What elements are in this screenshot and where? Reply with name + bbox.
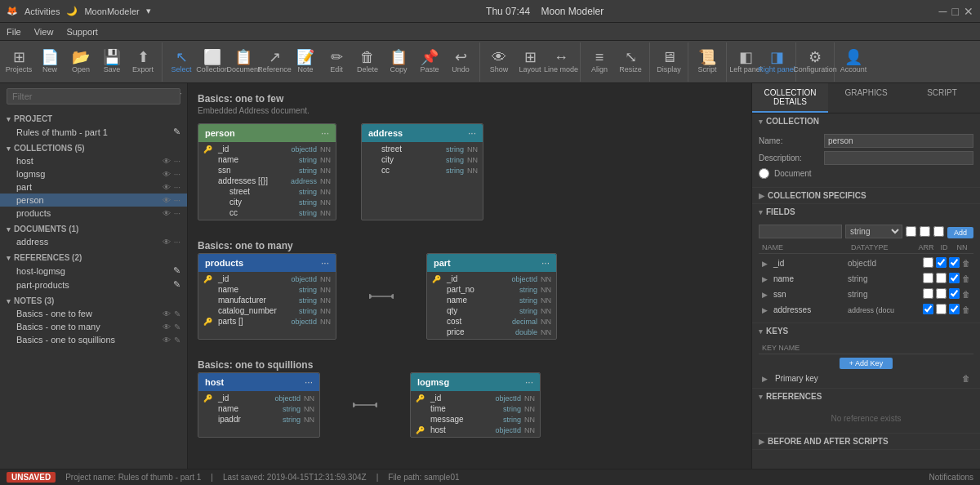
field-delete-icon[interactable]: 🗑	[962, 305, 970, 314]
sidebar-collections-header[interactable]: ▾ COLLECTIONS (5)	[0, 142, 187, 154]
project-edit-icon[interactable]: ✎	[173, 127, 180, 137]
sidebar-references-header[interactable]: ▾ REFERENCES (2)	[0, 251, 187, 264]
panel-keys-header[interactable]: ▾ KEYS	[752, 323, 980, 339]
collection-name-input[interactable]	[824, 134, 973, 148]
collection-desc-input[interactable]	[824, 151, 973, 165]
maximize-btn[interactable]: □	[952, 5, 959, 18]
field-id-cb[interactable]	[936, 257, 947, 268]
sidebar-item-part[interactable]: part 👁 ···	[0, 180, 187, 194]
app-menu-arrow[interactable]: ▾	[146, 6, 151, 16]
collection-type-radio[interactable]	[759, 168, 769, 179]
note-button[interactable]: 📝 Note	[290, 43, 321, 81]
sidebar-item-address[interactable]: address 👁 ···	[0, 235, 187, 248]
panel-collection-header[interactable]: ▾ COLLECTION	[752, 113, 980, 129]
field-id-cb[interactable]	[936, 304, 947, 314]
new-field-id-cb[interactable]	[920, 226, 930, 237]
tab-graphics[interactable]: GRAPHICS	[828, 83, 904, 113]
sidebar-item-note-3[interactable]: Basics - one to squillions 👁 ✎	[0, 333, 187, 346]
note2-eye-icon[interactable]: 👁	[163, 323, 171, 331]
linemode-button[interactable]: ↔ Line mode	[546, 43, 577, 81]
table-part[interactable]: part ··· 🔑 _id objectId NN	[426, 253, 557, 340]
new-field-arr-cb[interactable]	[906, 226, 916, 237]
layout-button[interactable]: ⊞ Layout	[514, 43, 546, 81]
note3-eye-icon[interactable]: 👁	[163, 336, 171, 345]
menu-support[interactable]: Support	[66, 27, 98, 37]
table-host-menu[interactable]: ···	[305, 376, 313, 388]
field-nn-cb[interactable]	[949, 288, 960, 299]
new-field-nn-cb[interactable]	[933, 226, 944, 237]
table-address[interactable]: address ··· street string NN	[361, 123, 483, 220]
table-products[interactable]: products ··· 🔑 _id objectId NN	[198, 253, 336, 340]
sidebar-item-part-products[interactable]: part-products ✎	[0, 278, 187, 291]
table-host[interactable]: host ··· 🔑 _id objectId NN	[198, 372, 320, 438]
part-more-icon[interactable]: ···	[174, 183, 180, 192]
products-eye-icon[interactable]: 👁	[163, 209, 171, 218]
align-button[interactable]: ≡ Align	[584, 43, 615, 81]
script-button[interactable]: 📜 Script	[692, 43, 723, 81]
close-btn[interactable]: ✕	[964, 5, 973, 18]
sidebar-notes-header[interactable]: ▾ NOTES (3)	[0, 295, 187, 307]
minimize-btn[interactable]: ─	[939, 5, 947, 18]
configuration-button[interactable]: ⚙ Configuration	[800, 43, 831, 81]
collection-button[interactable]: ⬜ Collection	[197, 43, 228, 81]
field-id-cb[interactable]	[936, 273, 947, 283]
sidebar-documents-header[interactable]: ▾ DOCUMENTS (1)	[0, 223, 187, 235]
table-products-menu[interactable]: ···	[321, 257, 329, 269]
copy-button[interactable]: 📋 Copy	[383, 43, 414, 81]
panel-specifics-header[interactable]: ▶ COLLECTION SPECIFICS	[752, 188, 980, 203]
show-button[interactable]: 👁 Show	[483, 43, 514, 81]
address-more-icon[interactable]: ···	[174, 238, 180, 247]
search-input[interactable]	[7, 88, 180, 105]
sidebar-item-logmsg[interactable]: logmsg 👁 ···	[0, 167, 187, 180]
person-eye-icon[interactable]: 👁	[163, 196, 171, 205]
tab-collection-details[interactable]: COLLECTION DETAILS	[752, 83, 828, 113]
note1-edit-icon[interactable]: ✎	[174, 309, 180, 318]
field-delete-icon[interactable]: 🗑	[962, 290, 970, 299]
panel-fields-header[interactable]: ▾ FIELDS	[752, 204, 980, 220]
field-expand-icon[interactable]: ▶	[762, 291, 772, 299]
tab-script[interactable]: SCRIPT	[904, 83, 980, 113]
table-person-menu[interactable]: ···	[321, 127, 329, 139]
sidebar-item-host-logmsg[interactable]: host-logmsg ✎	[0, 264, 187, 278]
sidebar-item-products[interactable]: products 👁 ···	[0, 207, 187, 220]
panel-references-header[interactable]: ▾ REFERENCES	[752, 389, 980, 404]
host-logmsg-edit-icon[interactable]: ✎	[173, 265, 180, 276]
field-expand-icon[interactable]: ▶	[762, 275, 772, 283]
field-expand-icon[interactable]: ▶	[762, 260, 772, 268]
note1-eye-icon[interactable]: 👁	[163, 309, 171, 318]
add-key-button[interactable]: + Add Key	[840, 358, 893, 369]
document-button[interactable]: 📋 Document	[228, 43, 259, 81]
field-delete-icon[interactable]: 🗑	[962, 274, 970, 283]
save-button[interactable]: 💾 Save	[96, 43, 127, 81]
sidebar-project-name[interactable]: Rules of thumb - part 1 ✎	[0, 125, 187, 139]
products-more-icon[interactable]: ···	[174, 209, 180, 218]
new-button[interactable]: 📄 New	[34, 43, 65, 81]
export-button[interactable]: ⬆ Export	[127, 43, 158, 81]
address-eye-icon[interactable]: 👁	[163, 238, 171, 247]
field-nn-cb[interactable]	[949, 273, 960, 283]
sidebar-item-person[interactable]: person 👁 ···	[0, 194, 187, 207]
display-button[interactable]: 🖥 Display	[653, 43, 684, 81]
note3-edit-icon[interactable]: ✎	[174, 336, 180, 345]
part-eye-icon[interactable]: 👁	[163, 183, 171, 192]
panel-before-after-header[interactable]: ▶ BEFORE AND AFTER SCRIPTS	[752, 434, 980, 449]
field-arr-cb[interactable]	[923, 288, 933, 299]
table-address-menu[interactable]: ···	[468, 127, 476, 139]
host-eye-icon[interactable]: 👁	[163, 157, 171, 166]
reference-button[interactable]: ↗ Reference	[259, 43, 290, 81]
menu-view[interactable]: View	[34, 27, 54, 37]
key-expand-icon[interactable]: ▶	[762, 375, 772, 383]
resize-button[interactable]: ⤡ Resize	[615, 43, 646, 81]
leftpanel-button[interactable]: ◧ Left panel	[730, 43, 761, 81]
field-id-cb[interactable]	[936, 288, 947, 299]
sidebar-item-note-1[interactable]: Basics - one to few 👁 ✎	[0, 307, 187, 320]
account-button[interactable]: 👤 Account	[838, 43, 869, 81]
person-more-icon[interactable]: ···	[174, 196, 180, 205]
select-button[interactable]: ↖ Select	[166, 43, 197, 81]
table-part-menu[interactable]: ···	[541, 257, 550, 269]
table-logmsg[interactable]: logmsg ··· 🔑 _id objectId NN	[410, 372, 541, 438]
menu-file[interactable]: File	[7, 27, 21, 37]
table-person[interactable]: person ··· 🔑 _id objectId NN	[198, 123, 336, 220]
projects-button[interactable]: ⊞ Projects	[3, 43, 34, 81]
new-field-type-select[interactable]: string objectId address (docu	[845, 225, 902, 238]
